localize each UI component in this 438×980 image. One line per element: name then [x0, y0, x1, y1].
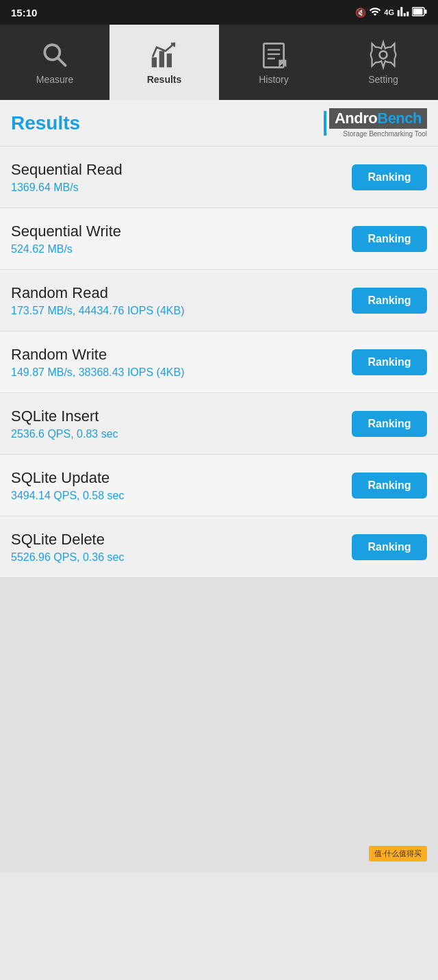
watermark: 值·什么值得买 — [369, 846, 427, 862]
bench-value: 1369.64 MB/s — [11, 181, 352, 194]
tab-measure-label: Measure — [36, 74, 73, 85]
bench-value: 2536.6 QPS, 0.83 sec — [11, 428, 352, 440]
bench-value: 149.87 MB/s, 38368.43 IOPS (4KB) — [11, 366, 352, 379]
bench-value: 524.62 MB/s — [11, 243, 352, 255]
bench-row: Sequential Write524.62 MB/sRanking — [0, 208, 438, 270]
svg-rect-2 — [425, 10, 427, 14]
brand-logo: AndroBench Storage Benchmarking Tool — [329, 108, 427, 138]
bench-name: Sequential Read — [11, 161, 352, 179]
bench-name: SQLite Delete — [11, 531, 352, 549]
bench-info: SQLite Update3494.14 QPS, 0.58 sec — [11, 469, 352, 502]
ranking-button[interactable]: Ranking — [352, 411, 427, 437]
status-bar: 15:10 🔇 4G — [0, 0, 438, 25]
bench-row: Sequential Read1369.64 MB/sRanking — [0, 147, 438, 208]
bench-row: Random Write149.87 MB/s, 38368.43 IOPS (… — [0, 331, 438, 393]
bench-info: Sequential Write524.62 MB/s — [11, 223, 352, 255]
bench-info: SQLite Insert2536.6 QPS, 0.83 sec — [11, 407, 352, 440]
bench-list: Sequential Read1369.64 MB/sRankingSequen… — [0, 147, 438, 578]
tab-setting[interactable]: Setting — [328, 25, 438, 100]
bottom-area: 值·什么值得买 — [0, 578, 438, 872]
ranking-button[interactable]: Ranking — [352, 473, 427, 499]
nav-tabs: Measure Results History Setting — [0, 25, 438, 100]
results-title: Results — [11, 112, 80, 134]
svg-rect-6 — [159, 51, 164, 68]
svg-point-12 — [380, 51, 387, 59]
mute-icon: 🔇 — [355, 8, 366, 18]
brand-wrapper: AndroBench Storage Benchmarking Tool — [324, 108, 427, 138]
ranking-button[interactable]: Ranking — [352, 164, 427, 190]
bench-value: 173.57 MB/s, 44434.76 IOPS (4KB) — [11, 305, 352, 317]
bench-value: 3494.14 QPS, 0.58 sec — [11, 490, 352, 502]
tab-history-label: History — [259, 74, 289, 85]
bench-value: 5526.96 QPS, 0.36 sec — [11, 551, 352, 564]
brand-andro: Andro — [335, 110, 377, 127]
bench-row: SQLite Delete5526.96 QPS, 0.36 secRankin… — [0, 516, 438, 578]
results-header: Results AndroBench Storage Benchmarking … — [0, 100, 438, 147]
bench-name: SQLite Insert — [11, 407, 352, 425]
bench-row: SQLite Insert2536.6 QPS, 0.83 secRanking — [0, 393, 438, 455]
svg-rect-1 — [413, 8, 423, 14]
ranking-button[interactable]: Ranking — [352, 226, 427, 252]
bench-name: SQLite Update — [11, 469, 352, 487]
signal-icon — [397, 5, 409, 20]
bench-info: Random Write149.87 MB/s, 38368.43 IOPS (… — [11, 346, 352, 379]
brand-bench: Bench — [377, 110, 422, 127]
wifi-icon — [369, 5, 381, 20]
status-icons: 🔇 4G — [355, 5, 427, 20]
tab-results-label: Results — [147, 74, 182, 85]
ranking-button[interactable]: Ranking — [352, 349, 427, 375]
bench-info: SQLite Delete5526.96 QPS, 0.36 sec — [11, 531, 352, 564]
brand-bar — [324, 111, 326, 136]
svg-rect-7 — [167, 53, 172, 67]
svg-rect-5 — [152, 58, 157, 68]
network-icon: 4G — [384, 8, 394, 16]
bench-info: Random Read173.57 MB/s, 44434.76 IOPS (4… — [11, 284, 352, 317]
svg-line-4 — [58, 58, 66, 66]
bench-row: Random Read173.57 MB/s, 44434.76 IOPS (4… — [0, 270, 438, 331]
tab-results[interactable]: Results — [110, 25, 219, 100]
bench-name: Sequential Write — [11, 223, 352, 240]
tab-measure[interactable]: Measure — [0, 25, 110, 100]
brand-subtitle: Storage Benchmarking Tool — [343, 130, 427, 138]
bench-name: Random Read — [11, 284, 352, 302]
brand-name: AndroBench — [329, 108, 427, 129]
tab-setting-label: Setting — [368, 74, 398, 85]
bench-row: SQLite Update3494.14 QPS, 0.58 secRankin… — [0, 455, 438, 516]
bench-name: Random Write — [11, 346, 352, 364]
status-time: 15:10 — [11, 7, 37, 18]
ranking-button[interactable]: Ranking — [352, 534, 427, 560]
tab-history[interactable]: History — [219, 25, 328, 100]
ranking-button[interactable]: Ranking — [352, 288, 427, 314]
battery-icon — [412, 7, 427, 18]
bench-info: Sequential Read1369.64 MB/s — [11, 161, 352, 194]
